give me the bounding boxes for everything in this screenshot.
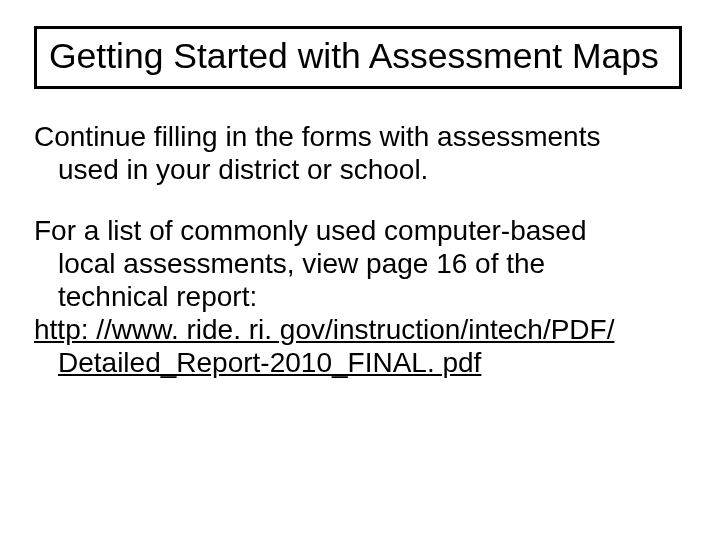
p2-line2: local assessments, view page 16 of the [34, 248, 545, 279]
p1-line1: Continue filling in the forms with asses… [34, 121, 600, 152]
link-line1: http: //www. ride. ri. gov/instruction/i… [34, 314, 614, 345]
slide-title: Getting Started with Assessment Maps [49, 37, 667, 76]
report-link[interactable]: http: //www. ride. ri. gov/instruction/i… [34, 314, 614, 378]
p2-line3: technical report: [34, 281, 257, 312]
body-area: Continue filling in the forms with asses… [34, 120, 682, 379]
link-line2: Detailed_Report-2010_FINAL. pdf [34, 347, 481, 378]
title-box: Getting Started with Assessment Maps [34, 26, 682, 89]
paragraph-2: For a list of commonly used computer-bas… [34, 214, 682, 379]
slide: Getting Started with Assessment Maps Con… [0, 0, 720, 540]
p2-line1: For a list of commonly used computer-bas… [34, 215, 586, 246]
paragraph-1: Continue filling in the forms with asses… [34, 120, 682, 186]
p1-line2: used in your district or school. [34, 154, 428, 185]
